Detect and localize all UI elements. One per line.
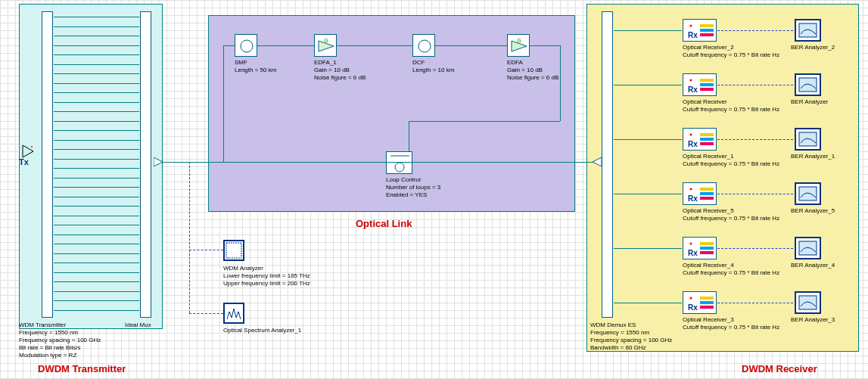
wdm-tx-label-0: WDM Transmitter xyxy=(19,322,66,329)
edfa1-component[interactable]: G xyxy=(314,34,337,57)
svg-rect-36 xyxy=(799,241,817,255)
optical-receiver-component[interactable]: Rx xyxy=(683,73,717,96)
ber-analyzer-component[interactable] xyxy=(795,73,821,96)
svg-rect-24 xyxy=(799,132,817,146)
wdm-analyzer-label-1: Lower frequency limit = 185 THz xyxy=(223,272,310,280)
wdm-demux-component[interactable] xyxy=(602,11,613,318)
rx-label: Optical Receiver xyxy=(683,98,727,106)
transmitter-title: DWDM Transmitter xyxy=(38,363,126,374)
edfa1-label-0: EDFA_1 xyxy=(314,59,337,67)
demux-label-1: Frequency = 1550 nm xyxy=(590,329,649,337)
svg-rect-28 xyxy=(700,197,714,200)
svg-text:Rx: Rx xyxy=(688,31,698,39)
svg-rect-9 xyxy=(700,29,714,32)
ber-analyzer-component[interactable] xyxy=(795,182,821,205)
ber-analyzer-component[interactable] xyxy=(795,237,821,259)
svg-rect-18 xyxy=(799,78,817,92)
optical-receiver-component[interactable]: Rx xyxy=(683,291,717,314)
svg-point-3 xyxy=(418,40,431,52)
svg-rect-34 xyxy=(700,251,714,254)
ber-label: BER Analyzer_2 xyxy=(791,44,835,51)
dcf-label-1: Length = 10 km xyxy=(412,67,454,74)
dcf-component[interactable] xyxy=(412,34,435,57)
demux-label-3: Bandwidth = 80 GHz xyxy=(590,344,646,352)
rx-label: Optical Receiver_5 xyxy=(683,207,734,215)
wdm-analyzer-component[interactable] xyxy=(223,240,244,261)
svg-point-1 xyxy=(241,40,253,52)
svg-point-5 xyxy=(395,163,404,172)
svg-rect-42 xyxy=(799,296,817,309)
svg-rect-8 xyxy=(700,24,714,27)
svg-rect-40 xyxy=(700,306,714,309)
loop-label-2: Enabled = YES xyxy=(386,191,427,199)
svg-rect-33 xyxy=(700,247,714,250)
svg-rect-27 xyxy=(700,192,714,195)
mux-label: Ideal Mux xyxy=(125,322,151,329)
loop-control-component[interactable] xyxy=(386,151,412,174)
demux-label-2: Frequency spacing = 100 GHz xyxy=(590,337,672,344)
ideal-mux-component[interactable] xyxy=(140,11,151,318)
ber-label: BER Analyzer_4 xyxy=(791,262,835,269)
svg-rect-21 xyxy=(700,138,714,141)
svg-text:Rx: Rx xyxy=(688,249,698,257)
edfa2-label-2: Noise figure = 6 dB xyxy=(507,74,558,82)
rx-label: Optical Receiver_3 xyxy=(683,316,734,324)
ber-analyzer-component[interactable] xyxy=(795,128,821,151)
rx-cutoff-label: Cutoff frequency = 0.75 * Bit rate Hz xyxy=(683,51,779,59)
svg-rect-15 xyxy=(700,83,714,86)
edfa1-label-1: Gain = 10 dB xyxy=(314,67,350,74)
ber-label: BER Analyzer_5 xyxy=(791,207,835,215)
loop-label-1: Number of loops = 3 xyxy=(386,184,440,191)
svg-rect-39 xyxy=(700,301,714,304)
rx-label: Optical Receiver_4 xyxy=(683,262,734,269)
smf-label-1: Length = 50 km xyxy=(235,67,276,74)
wdm-transmitter-component[interactable] xyxy=(42,11,53,318)
ber-analyzer-component[interactable] xyxy=(795,19,821,42)
optical-receiver-component[interactable]: Rx xyxy=(683,237,717,259)
svg-text:Rx: Rx xyxy=(688,140,698,148)
svg-point-0 xyxy=(31,146,33,148)
optical-receiver-component[interactable]: Rx xyxy=(683,19,717,42)
svg-rect-22 xyxy=(700,142,714,145)
svg-point-29 xyxy=(690,188,692,191)
loop-label-0: Loop Control xyxy=(386,176,421,184)
mux-icon xyxy=(154,157,163,166)
rx-cutoff-label: Cutoff frequency = 0.75 * Bit rate Hz xyxy=(683,215,779,222)
rx-label: Optical Receiver_2 xyxy=(683,44,734,51)
svg-text:G: G xyxy=(324,38,328,43)
wdm-analyzer-label-2: Upper frequency limit = 200 THz xyxy=(223,280,310,287)
edfa1-label-2: Noise figure = 6 dB xyxy=(314,74,366,82)
svg-text:Rx: Rx xyxy=(688,303,698,312)
svg-rect-10 xyxy=(700,33,714,36)
rx-cutoff-label: Cutoff frequency = 0.75 * Bit rate Hz xyxy=(683,160,779,168)
smf-label-0: SMF xyxy=(235,59,247,67)
tx-icon xyxy=(21,144,35,159)
osa-component[interactable] xyxy=(223,303,244,324)
smf-component[interactable] xyxy=(235,34,257,57)
rx-cutoff-label: Cutoff frequency = 0.75 * Bit rate Hz xyxy=(683,269,779,277)
edfa2-label-1: Gain = 10 dB xyxy=(507,67,543,74)
rx-cutoff-label: Cutoff frequency = 0.75 * Bit rate Hz xyxy=(683,324,779,331)
svg-text:Rx: Rx xyxy=(688,85,698,94)
ber-label: BER Analyzer_1 xyxy=(791,153,835,160)
wdm-tx-label-2: Frequency spacing = 100 GHz xyxy=(19,337,101,344)
wdm-analyzer-label-0: WDM Analyzer xyxy=(223,265,263,272)
edfa2-component[interactable]: G xyxy=(507,34,530,57)
ber-analyzer-component[interactable] xyxy=(795,291,821,314)
svg-rect-38 xyxy=(700,297,714,300)
dcf-label-0: DCF xyxy=(412,59,425,67)
optical-receiver-component[interactable]: Rx xyxy=(683,128,717,151)
svg-rect-30 xyxy=(799,187,817,200)
svg-point-41 xyxy=(690,297,692,300)
svg-rect-12 xyxy=(799,23,817,37)
svg-text:G: G xyxy=(517,38,521,43)
svg-rect-6 xyxy=(226,243,241,258)
optical-receiver-component[interactable]: Rx xyxy=(683,182,717,205)
wdm-tx-label-3: Bit rate = Bit rate Bits/s xyxy=(19,344,81,352)
osa-label: Optical Spectrum Analyzer_1 xyxy=(223,327,301,334)
svg-rect-14 xyxy=(700,79,714,82)
demux-label-0: WDM Demux ES xyxy=(590,322,636,329)
wdm-tx-label-4: Modulation type = RZ xyxy=(19,352,76,359)
edfa2-label-0: EDFA xyxy=(507,59,523,67)
ber-label: BER Analyzer_3 xyxy=(791,316,835,324)
